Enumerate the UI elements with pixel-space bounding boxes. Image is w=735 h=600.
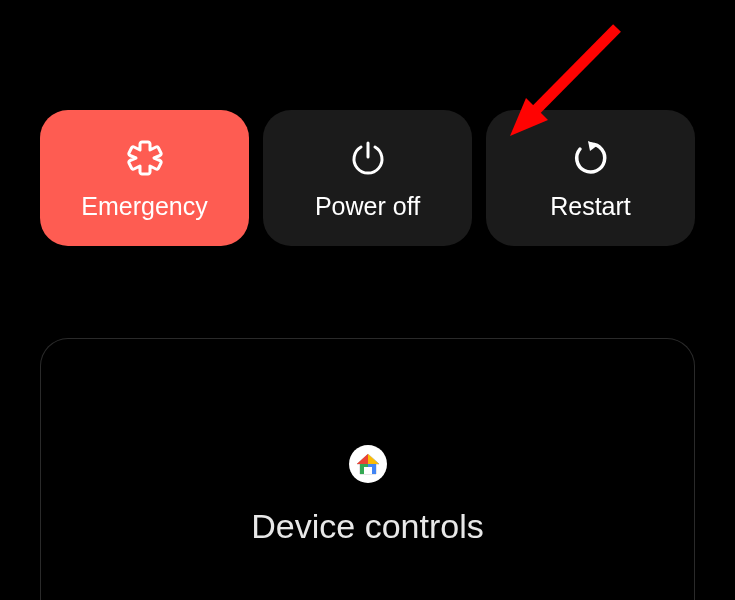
power-icon [349,136,387,180]
emergency-label: Emergency [81,192,207,221]
device-controls-title: Device controls [251,507,483,546]
svg-rect-1 [364,467,372,474]
restart-icon [572,136,610,180]
restart-label: Restart [550,192,631,221]
google-home-icon [349,445,387,483]
restart-button[interactable]: Restart [486,110,695,246]
power-menu-row: Emergency Power off Restart [0,0,735,246]
device-controls-panel[interactable]: Device controls [40,338,695,600]
power-off-button[interactable]: Power off [263,110,472,246]
emergency-button[interactable]: Emergency [40,110,249,246]
power-off-label: Power off [315,192,420,221]
emergency-icon [125,136,165,180]
